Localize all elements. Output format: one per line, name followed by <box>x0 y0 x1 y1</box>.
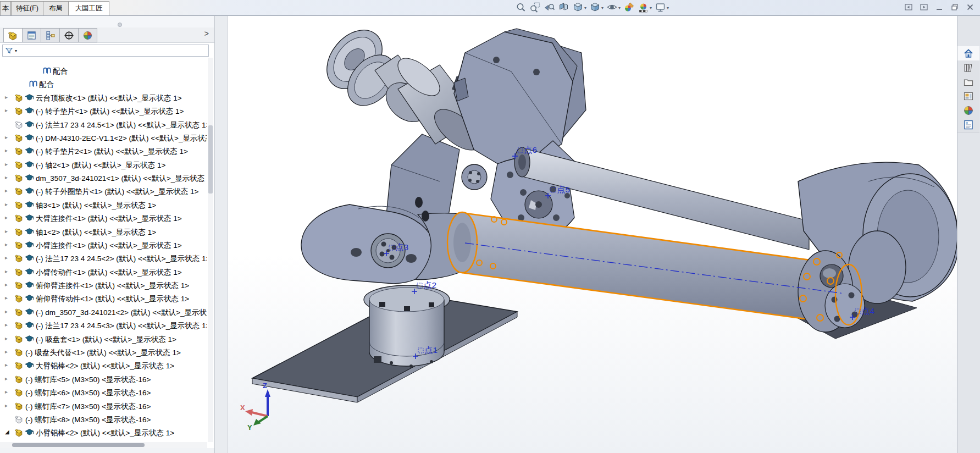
dropdown-caret-icon[interactable]: ▾ <box>601 5 603 10</box>
tree-item[interactable]: ▸dm_3507_3d-241021<1> (默认) <<默认>_显示状态 1> <box>0 172 207 185</box>
part-icon[interactable] <box>14 160 24 169</box>
tree-item[interactable]: ▸(-) 吸盘头代替<1> (默认) <<默认>_显示状态 1> <box>0 346 207 359</box>
part-icon[interactable] <box>14 428 24 437</box>
part-icon[interactable] <box>14 106 24 115</box>
dropdown-caret-icon[interactable]: ▾ <box>584 5 586 10</box>
tab-daguo-gongjiang[interactable]: 大国工匠 <box>68 1 109 15</box>
tab-features[interactable]: 特征(F) <box>11 1 43 15</box>
expand-arrow[interactable]: ▸ <box>5 362 8 368</box>
part-icon[interactable] <box>14 374 24 384</box>
section-view-button[interactable] <box>557 1 570 14</box>
file-explorer-button[interactable] <box>957 75 979 90</box>
expand-arrow[interactable]: ▸ <box>5 94 8 100</box>
part-icon[interactable] <box>14 267 24 277</box>
part-icon[interactable] <box>14 186 24 196</box>
expand-arrow[interactable]: ▸ <box>5 349 8 355</box>
part-icon[interactable] <box>14 307 24 317</box>
tree-item[interactable]: ▸(-) 螺钉库<7> (M3×50) <显示状态-16> <box>0 400 207 413</box>
expand-arrow[interactable]: ▸ <box>5 161 8 167</box>
tab-partial[interactable]: 本 <box>0 1 11 15</box>
part-icon[interactable] <box>14 213 24 223</box>
tab-configuration-manager[interactable] <box>41 28 60 42</box>
edit-appearance-button[interactable] <box>623 1 635 14</box>
tree-item[interactable]: ▸(-) 轴2<1> (默认) <<默认>_显示状态 1> <box>0 158 207 172</box>
restore-button[interactable] <box>950 3 959 12</box>
part-icon[interactable] <box>14 133 24 142</box>
expand-arrow[interactable]: ▸ <box>5 308 8 314</box>
expand-arrow[interactable]: ▸ <box>5 228 8 234</box>
expand-arrow[interactable]: ▸ <box>5 389 8 395</box>
tree-item[interactable]: (-) 螺钉库<8> (M3×50) <显示状态-16> <box>0 413 207 426</box>
tab-layout[interactable]: 布局 <box>43 1 69 15</box>
expand-arrow[interactable]: ▸ <box>5 335 8 341</box>
part-icon[interactable] <box>14 240 24 250</box>
expand-arrow[interactable]: ▸ <box>5 147 8 153</box>
view-settings-button[interactable]: ▾ <box>654 1 669 14</box>
apply-scene-button[interactable]: ▾ <box>637 1 652 14</box>
tree-item[interactable]: ▸(-) DM-J4310-2EC-V1.1<2> (默认) <<默认>_显示状… <box>0 131 207 145</box>
tree-item[interactable]: 配合 <box>0 64 207 78</box>
task-pane-home-button[interactable] <box>957 46 979 61</box>
tree-item[interactable]: ▸(-) 转子垫片2<1> (默认) <<默认>_显示状态 1> <box>0 145 207 158</box>
tree-item[interactable]: 配合 <box>0 78 207 91</box>
panel-expand-chevron[interactable]: > <box>204 29 209 38</box>
scrollbar-thumb[interactable] <box>208 125 213 194</box>
dropdown-caret-icon[interactable]: ▾ <box>618 5 621 10</box>
expand-arrow[interactable]: ▸ <box>5 174 8 180</box>
hide-show-items-button[interactable]: ▾ <box>606 1 621 14</box>
tab-property-manager[interactable] <box>22 28 41 42</box>
tab-display-manager[interactable] <box>78 28 97 42</box>
expand-arrow[interactable]: ▸ <box>5 281 8 288</box>
tree-item[interactable]: ▸小臂连接件<1> (默认) <<默认>_显示状态 1> <box>0 239 207 252</box>
minimize-button[interactable] <box>935 3 944 12</box>
view-orientation-button[interactable]: ▾ <box>572 1 587 14</box>
scrollbar-thumb[interactable] <box>12 443 145 447</box>
tab-assembly-tree[interactable] <box>3 28 23 42</box>
appearances-scenes-button[interactable] <box>957 103 979 118</box>
expand-arrow[interactable]: ▸ <box>5 241 8 247</box>
part-icon[interactable] <box>14 146 24 156</box>
expand-arrow[interactable]: ▸ <box>5 255 8 261</box>
expand-arrow[interactable]: ▸ <box>5 295 8 301</box>
dropdown-caret-icon[interactable]: ▾ <box>667 5 669 10</box>
zoom-to-fit-button[interactable] <box>514 1 527 14</box>
part-icon[interactable] <box>14 347 24 357</box>
expand-arrow[interactable]: ◢ <box>5 429 9 435</box>
tree-item[interactable]: ▸大臂铝棒<2> (默认) <<默认>_显示状态 1> <box>0 359 207 372</box>
tree-item[interactable]: ▸小臂传动件<1> (默认) <<默认>_显示状态 1> <box>0 266 207 279</box>
expand-arrow[interactable]: ▸ <box>5 134 8 140</box>
part-icon[interactable] <box>14 280 24 290</box>
tree-item[interactable]: ▸(-) 螺钉库<5> (M3×50) <显示状态-16> <box>0 373 207 386</box>
mate-icon[interactable] <box>28 79 37 89</box>
expand-arrow[interactable]: ▸ <box>5 187 8 194</box>
custom-properties-button[interactable] <box>957 118 979 132</box>
part-icon[interactable] <box>14 173 24 183</box>
tree-item[interactable]: ▸(-) 法兰17 23 4 24.5<3> (默认) <<默认>_显示状态 1… <box>0 319 207 332</box>
tree-item[interactable]: ▸(-) 螺钉库<6> (M3×50) <显示状态-16> <box>0 386 207 399</box>
tree-item[interactable]: ◢小臂铝棒<2> (默认) <<默认>_显示状态 1> <box>0 426 207 439</box>
tree-item[interactable]: ▸轴3<1> (默认) <<默认>_显示状态 1> <box>0 198 207 212</box>
design-library-button[interactable] <box>957 60 979 75</box>
close-button[interactable] <box>966 3 975 12</box>
graphics-viewport[interactable] <box>228 15 957 453</box>
splitter-grip[interactable] <box>118 23 122 27</box>
tree-horizontal-scrollbar[interactable] <box>0 442 207 448</box>
part-icon[interactable] <box>14 227 24 236</box>
tree-item[interactable]: ▸(-) 转子外圈垫片<1> (默认) <<默认>_显示状态 1> <box>0 185 207 198</box>
ghost-icon[interactable] <box>14 120 24 129</box>
part-icon[interactable] <box>14 200 24 209</box>
previous-view-button[interactable] <box>543 1 556 14</box>
expand-arrow[interactable]: ▸ <box>5 322 8 328</box>
dropdown-caret-icon[interactable]: ▾ <box>650 5 652 10</box>
expand-arrow[interactable]: ▸ <box>5 268 8 274</box>
part-icon[interactable] <box>14 401 24 411</box>
tree-item[interactable]: ▸(-) 转子垫片<1> (默认) <<默认>_显示状态 1> <box>0 104 207 118</box>
expand-arrow[interactable]: ▸ <box>5 214 8 220</box>
tab-dimxpert-manager[interactable] <box>59 28 79 42</box>
tree-item[interactable]: ▸大臂连接件<1> (默认) <<默认>_显示状态 1> <box>0 212 207 225</box>
part-icon[interactable] <box>14 388 24 397</box>
tree-item[interactable]: ▸(-) 吸盘套<1> (默认) <<默认>_显示状态 1> <box>0 333 207 346</box>
part-icon[interactable] <box>14 253 24 263</box>
tree-vertical-scrollbar[interactable] <box>208 58 213 442</box>
display-style-button[interactable]: ▾ <box>589 1 604 14</box>
